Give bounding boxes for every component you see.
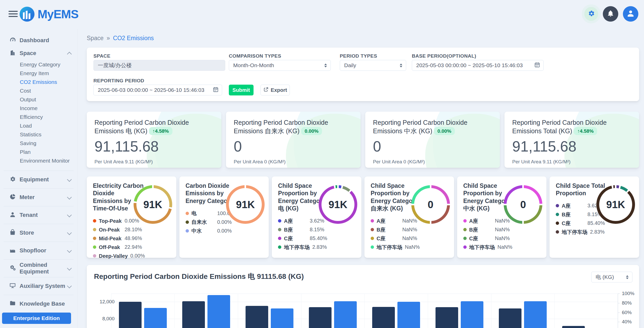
sidebar-item-plan[interactable]: Plan	[0, 148, 77, 156]
legend-item: C座85.40%	[278, 234, 355, 243]
stat-card: Reporting Period Carbon Dioxide Emission…	[87, 112, 221, 168]
breadcrumb-parent[interactable]: Space	[87, 35, 103, 42]
sidebar-item-meter[interactable]: Meter	[0, 191, 77, 204]
period-types-select[interactable]: Daily	[340, 60, 406, 71]
period-types-label: PERIOD TYPES	[340, 53, 377, 59]
chevron-down-icon[interactable]	[67, 283, 72, 288]
bar-chart-card: Reporting Period Carbon Dioxide Emission…	[87, 265, 639, 328]
sidebar-item-auxiliary-system[interactable]: Auxiliary System	[0, 280, 77, 292]
sidebar-divider	[4, 206, 74, 206]
right-axis-line	[618, 294, 618, 328]
donut-center-value: 91K	[134, 185, 172, 224]
chevron-down-icon[interactable]	[67, 248, 72, 253]
bar-series-dark-navy[interactable]	[182, 301, 205, 328]
chevron-down-icon[interactable]	[67, 177, 72, 182]
bar-series-dark-navy[interactable]	[562, 326, 585, 328]
legend-value: 8.15%	[310, 227, 324, 233]
per-unit-area-line: Per Unit Area 0 (KG/M²)	[373, 159, 492, 165]
bar-series-dark-navy[interactable]	[499, 308, 521, 328]
sidebar-item-efficiency[interactable]: Efficiency	[0, 113, 77, 121]
app-logo[interactable]: MyEMS	[20, 7, 79, 22]
breadcrumb-current[interactable]: CO2 Emissions	[113, 35, 154, 42]
period-types-value: Daily	[344, 62, 356, 68]
sidebar-item-saving[interactable]: Saving	[0, 139, 77, 148]
sidebar-divider	[4, 277, 74, 277]
legend-color-dot	[278, 219, 281, 223]
legend-color-dot	[371, 228, 374, 231]
legend-item: B座NaN%	[463, 225, 541, 234]
user-menu-button[interactable]	[623, 6, 638, 22]
export-button[interactable]: Export	[260, 85, 290, 95]
bar-series-dark-navy[interactable]	[436, 307, 458, 328]
reporting-period-input[interactable]: 2025-06-03 00:00:00 ~ 2025-06-10 15:46:0…	[93, 85, 222, 95]
bar-series-blue[interactable]	[334, 301, 357, 328]
sidebar-item-environment-monitor[interactable]: Environment Monitor	[0, 156, 77, 165]
submit-button[interactable]: Submit	[229, 85, 254, 95]
chevron-down-icon[interactable]	[67, 195, 72, 199]
bar-series-blue[interactable]	[524, 301, 547, 328]
chevron-down-icon[interactable]	[67, 212, 72, 217]
legend-color-dot	[93, 237, 96, 240]
hamburger-menu-icon[interactable]	[8, 11, 18, 18]
chevron-up-icon[interactable]	[67, 52, 72, 56]
bar-series-blue[interactable]	[271, 308, 293, 328]
legend-item: 中水0.00%	[186, 226, 263, 235]
sidebar-item-knowledge-base[interactable]: Knowledge Base	[0, 297, 77, 310]
bar-series-blue[interactable]	[461, 301, 483, 328]
sidebar-item-output[interactable]: Output	[0, 95, 77, 104]
sidebar-item-income[interactable]: Income	[0, 104, 77, 113]
filter-panel: SPACE COMPARISON TYPES Month-On-Month PE…	[87, 48, 639, 101]
sidebar-item-energy-category[interactable]: Energy Category	[0, 60, 77, 69]
donut-center-value: 0	[504, 185, 542, 224]
breadcrumb-separator: »	[107, 35, 110, 42]
legend-color-dot	[371, 219, 374, 223]
enterprise-edition-button[interactable]: Enterprise Edition	[2, 313, 71, 324]
sidebar-item-label: Tenant	[20, 212, 38, 218]
bar-series-dark-navy[interactable]	[372, 307, 395, 328]
legend-label: C座	[284, 236, 307, 241]
bar-series-blue[interactable]	[144, 308, 167, 328]
bar-series-blue[interactable]	[397, 302, 420, 328]
legend-label: Deep-Valley	[99, 253, 128, 259]
chevron-down-icon[interactable]	[67, 230, 72, 235]
bar-series-blue[interactable]	[207, 295, 230, 328]
sidebar-item-shopfloor[interactable]: Shopfloor	[0, 244, 77, 257]
settings-button[interactable]	[584, 7, 598, 21]
sidebar-item-space[interactable]: Space	[0, 47, 77, 60]
sidebar-item-statistics[interactable]: Statistics	[0, 130, 77, 139]
sidebar-nav: DashboardSpaceEnergy CategoryEnergy Item…	[0, 29, 77, 313]
sidebar-item-tenant[interactable]: Tenant	[0, 209, 77, 221]
bag-icon	[9, 229, 16, 237]
legend-color-dot	[278, 245, 281, 249]
sidebar-item-store[interactable]: Store	[0, 226, 77, 239]
legend-label: B座	[284, 227, 307, 233]
stat-card-title: Reporting Period Carbon Dioxide Emission…	[94, 118, 199, 135]
legend-label: 地下停车场	[377, 244, 402, 250]
bar-series-dark-navy[interactable]	[309, 307, 332, 328]
sidebar-item-label: Shopfloor	[20, 247, 46, 254]
legend-color-dot	[278, 228, 281, 231]
sidebar-divider	[4, 259, 74, 260]
top-navbar: MyEMS	[0, 0, 644, 29]
per-unit-area-line: Per Unit Area 9.11 (KG/M²)	[512, 159, 631, 165]
sidebar-item-co2-emissions[interactable]: CO2 Emissions	[0, 78, 77, 86]
comparison-types-select[interactable]: Month-On-Month	[229, 60, 331, 71]
bar-series-dark-navy[interactable]	[246, 306, 268, 328]
gauge-icon	[9, 37, 16, 44]
calendar-icon	[213, 86, 219, 94]
sidebar-item-combined-equipment[interactable]: Combined Equipment	[0, 262, 77, 275]
calendar-icon	[534, 62, 540, 69]
right-axis-tick-label: 100%	[622, 291, 634, 296]
sidebar-item-energy-item[interactable]: Energy Item	[0, 69, 77, 78]
bar-series-dark-navy[interactable]	[119, 302, 142, 328]
stat-card-value: 0	[373, 138, 492, 155]
notifications-button[interactable]	[603, 6, 618, 22]
base-period-input[interactable]: 2025-05-03 00:00:00 ~ 2025-05-10 15:46:0…	[412, 60, 544, 71]
sidebar-item-load[interactable]: Load	[0, 121, 77, 130]
stat-card-title: Reporting Period Carbon Dioxide Emission…	[512, 118, 617, 135]
space-input[interactable]	[93, 60, 225, 71]
donut-card: Child Space Proportion by Energy Categor…	[364, 176, 454, 258]
sidebar-item-dashboard[interactable]: Dashboard	[0, 34, 77, 47]
sidebar-item-equipment[interactable]: Equipment	[0, 173, 77, 186]
sidebar-item-cost[interactable]: Cost	[0, 86, 77, 95]
